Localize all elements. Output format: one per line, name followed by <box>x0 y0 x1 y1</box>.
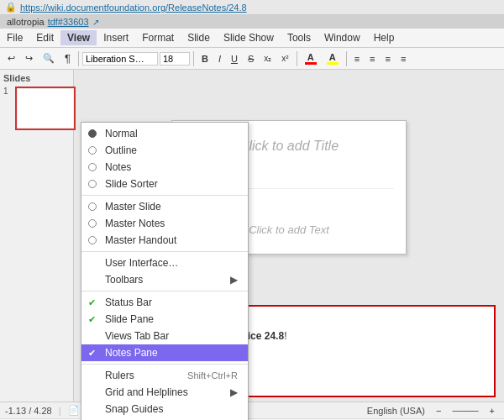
slide-title-placeholder[interactable]: Click to add Title <box>239 139 339 154</box>
title-bar: allotropia tdf#33603 ↗ <box>0 15 504 29</box>
menu-slide-pane[interactable]: ✔ Slide Pane <box>81 311 248 328</box>
master-notes-radio <box>88 219 97 228</box>
menu-sep-3 <box>81 291 248 291</box>
zoom-slider[interactable]: ──── <box>452 406 478 416</box>
menu-notes[interactable]: Notes <box>81 159 248 176</box>
menu-snap-guides[interactable]: Snap Guides <box>81 401 248 417</box>
toolbar-separator-3 <box>297 51 297 66</box>
view-menu-dropdown: Normal Outline Notes Slide Sorter Master… <box>81 122 249 420</box>
align-left-button[interactable]: ≡ <box>350 52 364 66</box>
title-link[interactable]: tdf#33603 <box>48 17 89 27</box>
bold-button[interactable]: B <box>197 52 213 66</box>
master-slide-label: Master Slide <box>105 201 161 213</box>
paragraph-button[interactable]: ¶ <box>60 50 75 66</box>
master-notes-label: Master Notes <box>105 218 165 229</box>
language: English (USA) <box>367 406 425 416</box>
slide-sorter-label: Slide Sorter <box>105 178 158 190</box>
toolbars-label: Toolbars <box>105 274 143 286</box>
redo-button[interactable]: ↪ <box>21 51 37 66</box>
grid-helplines-arrow: ▶ <box>230 386 238 398</box>
highlight-color-button[interactable]: A <box>323 50 343 66</box>
font-selector[interactable] <box>82 52 158 66</box>
menu-file[interactable]: File <box>0 30 29 45</box>
slide-icon: 📄 <box>68 405 80 416</box>
slides-label: Slides <box>3 73 70 83</box>
zoom-in-button[interactable]: + <box>486 404 499 417</box>
toolbar-separator-2 <box>193 51 194 66</box>
menu-user-interface[interactable]: User Interface… <box>81 255 248 271</box>
menu-tools[interactable]: Tools <box>281 30 318 45</box>
menu-view[interactable]: View <box>60 30 97 45</box>
strikethrough-button[interactable]: S <box>244 52 258 66</box>
align-center-button[interactable]: ≡ <box>365 52 379 66</box>
menu-edit[interactable]: Edit <box>29 30 60 45</box>
coordinates: -1.13 / 4.28 <box>5 406 52 416</box>
outline-label: Outline <box>105 144 137 156</box>
slide-text-placeholder[interactable]: Click to add Text <box>249 223 329 236</box>
menu-status-bar[interactable]: ✔ Status Bar <box>81 294 248 311</box>
align-justify-button[interactable]: ≡ <box>396 52 410 66</box>
toolbars-arrow: ▶ <box>230 274 238 286</box>
toolbar-separator-4 <box>346 51 347 66</box>
toolbar-separator <box>78 51 79 66</box>
normal-label: Normal <box>105 128 138 139</box>
slide-pane-check: ✔ <box>88 314 96 325</box>
menu-toolbars[interactable]: Toolbars ▶ <box>81 271 248 288</box>
menu-format[interactable]: Format <box>135 30 181 45</box>
menu-master-slide[interactable]: Master Slide <box>81 198 248 215</box>
menu-window[interactable]: Window <box>318 30 367 45</box>
slide-thumbnail[interactable] <box>15 87 76 130</box>
undo-button[interactable]: ↩ <box>3 51 19 66</box>
url-bar: 🔒 https://wiki.documentfoundation.org/Re… <box>0 0 504 15</box>
italic-button[interactable]: I <box>214 52 225 66</box>
snap-guides-label: Snap Guides <box>105 403 163 415</box>
menu-normal[interactable]: Normal <box>81 125 248 142</box>
normal-radio <box>88 129 97 138</box>
master-handout-label: Master Handout <box>105 234 176 246</box>
menu-master-notes[interactable]: Master Notes <box>81 215 248 232</box>
external-link-icon: ↗ <box>92 18 99 27</box>
page-title: allotropia <box>7 17 45 27</box>
notes-line1-suffix: ! <box>284 330 286 342</box>
status-bar-check: ✔ <box>88 297 96 308</box>
master-slide-radio <box>88 202 97 211</box>
rulers-shortcut: Shift+Ctrl+R <box>187 370 238 381</box>
url-text: https://wiki.documentfoundation.org/Rele… <box>20 3 247 13</box>
underline-button[interactable]: U <box>227 52 242 66</box>
grid-helplines-label: Grid and Helplines <box>105 386 188 398</box>
menu-views-tab-bar[interactable]: Views Tab Bar <box>81 328 248 344</box>
status-bar: -1.13 / 4.28 | 📄 0.00 x 0.00 ⊞ English (… <box>0 402 504 418</box>
menu-help[interactable]: Help <box>367 30 402 45</box>
notes-pane-label: Notes Pane <box>105 347 158 359</box>
subscript-button[interactable]: x₂ <box>260 52 276 65</box>
menu-slide-sorter[interactable]: Slide Sorter <box>81 176 248 192</box>
menu-slideshow[interactable]: Slide Show <box>217 30 281 45</box>
menu-slide[interactable]: Slide <box>181 30 217 45</box>
menu-grid-helplines[interactable]: Grid and Helplines ▶ <box>81 384 248 401</box>
views-tab-bar-label: Views Tab Bar <box>105 330 169 342</box>
slide-number: 1 <box>3 87 8 96</box>
slides-panel: Slides 1 <box>0 70 74 402</box>
menu-master-handout[interactable]: Master Handout <box>81 232 248 249</box>
font-color-button[interactable]: A <box>301 50 321 66</box>
menu-insert[interactable]: Insert <box>97 30 135 45</box>
notes-radio <box>88 163 97 171</box>
notes-pane-check: ✔ <box>88 348 96 359</box>
menu-bar: File Edit View Insert Format Slide Slide… <box>0 29 504 48</box>
lock-icon: 🔒 <box>5 2 17 13</box>
outline-radio <box>88 146 97 155</box>
slide-sorter-radio <box>88 180 97 188</box>
slide-pane-label: Slide Pane <box>105 313 154 325</box>
font-size-selector[interactable] <box>160 52 190 66</box>
zoom-out-button[interactable]: − <box>432 404 445 417</box>
align-right-button[interactable]: ≡ <box>381 52 394 66</box>
menu-outline[interactable]: Outline <box>81 142 248 159</box>
menu-notes-pane[interactable]: ✔ Notes Pane <box>81 344 248 361</box>
find-button[interactable]: 🔍 <box>39 51 59 66</box>
menu-rulers[interactable]: Rulers Shift+Ctrl+R <box>81 367 248 384</box>
menu-sep-4 <box>81 364 248 365</box>
superscript-button[interactable]: x² <box>277 52 292 65</box>
menu-sep-1 <box>81 195 248 196</box>
notes-view-label: Notes <box>105 161 131 173</box>
master-handout-radio <box>88 236 97 244</box>
